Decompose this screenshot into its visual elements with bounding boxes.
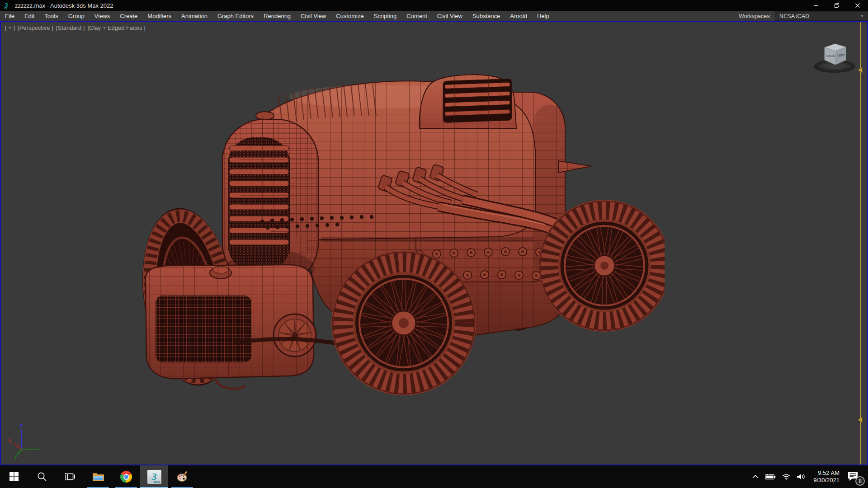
workspaces-area: Workspaces: NESA iCAD ▼ [739,11,868,21]
menu-item-arnold[interactable]: Arnold [505,11,532,21]
windows-logo-icon [9,472,19,482]
viewport-label: [ + ] [Perspective ] [Standard ] [Clay +… [5,24,146,31]
chevron-down-icon: ▼ [860,14,864,19]
car-model[interactable] [127,69,665,436]
file-explorer-icon [92,471,104,482]
notification-badge: 8 [855,476,865,486]
menu-item-substance[interactable]: Substance [467,11,505,21]
hidden-icons-chevron[interactable] [752,474,759,479]
menu-item-edit[interactable]: Edit [19,11,39,21]
taskbar-chrome[interactable] [112,465,140,488]
menu-item-views[interactable]: Views [90,11,115,21]
triangle-left-icon [857,66,863,74]
clock-date: 9/30/2021 [813,477,840,484]
menu-item-create[interactable]: Create [115,11,142,21]
menu-item-content[interactable]: Content [401,11,432,21]
battery-icon[interactable] [765,474,776,480]
minimize-icon [813,3,819,8]
window-controls [806,0,868,11]
task-view-button[interactable] [56,465,84,488]
menu-bar: File Edit Tools Group Views Create Modif… [0,11,868,21]
wheel-front-near [331,251,476,395]
clock-time: 9:52 AM [813,469,840,477]
volume-icon[interactable] [797,473,806,480]
viewport-render-preset-menu[interactable]: [Standard ] [56,24,85,31]
title-bar: 3 zzzzzz.max - Autodesk 3ds Max 2022 [0,0,868,11]
workspace-value: NESA iCAD [779,13,809,19]
taskbar-3ds-max[interactable]: 3 MAX [140,465,168,488]
task-view-icon [65,472,75,482]
window-title: zzzzzz.max - Autodesk 3ds Max 2022 [15,2,113,9]
workspace-dropdown[interactable]: NESA iCAD ▼ [775,11,868,21]
viewport-pov-menu[interactable]: [Perspective ] [18,24,53,31]
menu-item-graph-editors[interactable]: Graph Editors [212,11,259,21]
start-button[interactable] [0,465,28,488]
menu-item-modifiers[interactable]: Modifiers [142,11,176,21]
menu-item-civil-view[interactable]: Civil View [296,11,331,21]
menu-item-help[interactable]: Help [532,11,554,21]
command-panel-splitter[interactable] [860,22,861,465]
panel-expand-arrow-bottom[interactable] [857,416,863,425]
menu-item-animation[interactable]: Animation [176,11,212,21]
search-button[interactable] [28,465,56,488]
app-icon-glyph: 3 [4,2,8,9]
menu-item-rendering[interactable]: Rendering [259,11,296,21]
action-center-button[interactable]: 8 [847,471,861,483]
viewcube-left-label: LEFT [837,54,845,57]
paint-icon [176,471,189,483]
viewcube-back-label: BACK [826,54,835,57]
taskbar-file-explorer[interactable] [84,465,112,488]
axis-y-label: Y [14,454,18,460]
menu-item-civil-view-2[interactable]: Civil View [432,11,467,21]
system-tray: 9:52 AM 9/30/2021 8 [752,465,868,488]
restore-icon [834,3,840,8]
3ds-max-app-icon: 3 [3,1,11,9]
menu-item-group[interactable]: Group [63,11,90,21]
minimize-button[interactable] [806,0,826,11]
workspaces-label: Workspaces: [739,13,771,19]
wheel-rear-near [538,200,665,332]
viewport-canvas[interactable]: [ + ] [Perspective ] [Standard ] [Clay +… [0,21,868,465]
axis-z-label: Z [19,423,23,430]
viewport-general-menu[interactable]: [ + ] [5,24,15,31]
panel-expand-arrow-top[interactable] [857,66,863,75]
search-icon [37,471,47,482]
restore-button[interactable] [826,0,847,11]
viewport-shading-menu[interactable]: [Clay + Edged Faces ] [87,24,145,31]
taskbar: 3 MAX [0,465,868,488]
chrome-icon [120,471,132,483]
menu-item-customize[interactable]: Customize [331,11,368,21]
menu-item-file[interactable]: File [0,11,19,21]
menu-item-scripting[interactable]: Scripting [369,11,402,21]
world-axis-gizmo: Z X Y [3,422,42,463]
viewcube[interactable]: BACK LEFT [810,38,860,80]
taskbar-clock[interactable]: 9:52 AM 9/30/2021 [813,469,840,484]
wifi-icon[interactable] [782,474,791,480]
close-icon [855,3,860,8]
triangle-left-icon [857,416,863,423]
axis-x-label: X [8,438,12,444]
3ds-max-taskbar-icon: 3 MAX [147,470,161,484]
taskbar-paint[interactable] [168,465,196,488]
close-button[interactable] [847,0,868,11]
menu-item-tools[interactable]: Tools [39,11,63,21]
